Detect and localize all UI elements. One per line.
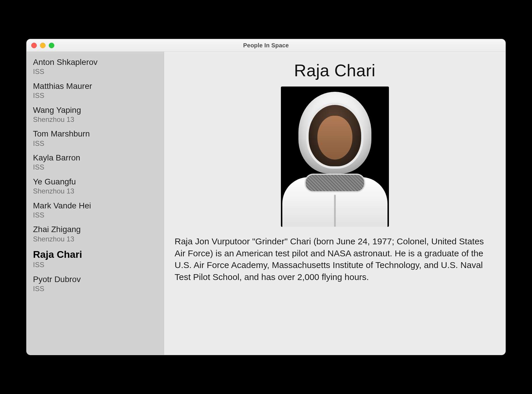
list-item-craft: ISS — [33, 68, 157, 76]
list-item-name: Matthias Maurer — [33, 82, 157, 91]
list-item-craft: ISS — [33, 211, 157, 219]
window-title: People In Space — [27, 42, 505, 49]
app-window: People In Space Anton ShkaplerovISSMatth… — [26, 39, 506, 355]
list-item-name: Zhai Zhigang — [33, 225, 157, 234]
window-zoom-button[interactable] — [49, 43, 54, 48]
detail-bio: Raja Jon Vurputoor "Grinder" Chari (born… — [175, 236, 495, 283]
list-item[interactable]: Mark Vande HeiISS — [27, 199, 164, 223]
list-item[interactable]: Zhai ZhigangShenzhou 13 — [27, 223, 164, 247]
list-item[interactable]: Tom MarshburnISS — [27, 127, 164, 151]
list-item-craft: Shenzhou 13 — [33, 115, 157, 124]
suit-seam — [334, 195, 336, 227]
list-item-name: Mark Vande Hei — [33, 201, 157, 210]
list-item-craft: ISS — [33, 261, 157, 269]
list-item-name: Anton Shkaplerov — [33, 58, 157, 67]
list-item[interactable]: Matthias MaurerISS — [27, 80, 164, 104]
detail-pane: Raja Chari Raja Jon Vurputoor "Grinder" … — [164, 52, 505, 355]
astronaut-portrait — [281, 87, 389, 227]
list-item-craft: ISS — [33, 91, 157, 100]
list-item-craft: Shenzhou 13 — [33, 187, 157, 195]
list-item-name: Tom Marshburn — [33, 129, 157, 139]
suit-neckring — [305, 174, 365, 192]
list-item[interactable]: Ye GuangfuShenzhou 13 — [27, 175, 164, 199]
list-item-craft: Shenzhou 13 — [33, 235, 157, 243]
astronaut-list[interactable]: Anton ShkaplerovISSMatthias MaurerISSWan… — [27, 52, 164, 355]
window-titlebar: People In Space — [27, 39, 505, 52]
window-controls — [31, 43, 54, 48]
list-item[interactable]: Kayla BarronISS — [27, 151, 164, 175]
list-item[interactable]: Anton ShkaplerovISS — [27, 56, 164, 80]
window-minimize-button[interactable] — [40, 43, 46, 48]
list-item[interactable]: Raja ChariISS — [27, 247, 164, 273]
face — [317, 116, 352, 160]
list-item-name: Wang Yaping — [33, 106, 157, 115]
list-item-name: Raja Chari — [33, 249, 157, 260]
list-item-name: Ye Guangfu — [33, 177, 157, 186]
list-item[interactable]: Pyotr DubrovISS — [27, 273, 164, 297]
list-item-name: Pyotr Dubrov — [33, 275, 157, 284]
list-item-name: Kayla Barron — [33, 153, 157, 163]
list-item-craft: ISS — [33, 139, 157, 148]
list-item-craft: ISS — [33, 285, 157, 293]
list-item-craft: ISS — [33, 163, 157, 171]
window-body: Anton ShkaplerovISSMatthias MaurerISSWan… — [27, 52, 505, 355]
window-close-button[interactable] — [31, 43, 37, 48]
detail-title: Raja Chari — [175, 61, 495, 80]
list-item[interactable]: Wang YapingShenzhou 13 — [27, 104, 164, 128]
